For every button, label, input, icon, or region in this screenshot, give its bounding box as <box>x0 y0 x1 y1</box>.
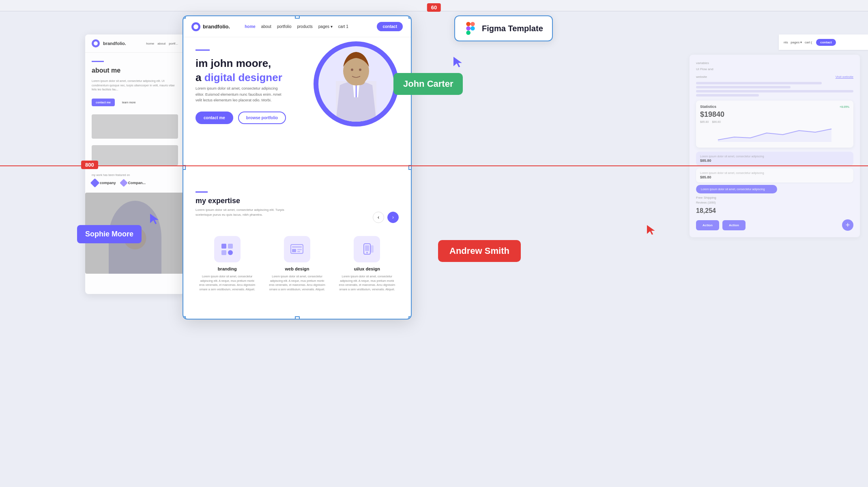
svg-point-11 <box>228 250 233 255</box>
expertise-accent-line <box>196 191 208 193</box>
nav-link-products[interactable]: products <box>297 24 312 29</box>
left-companies: company Compan... <box>85 180 185 186</box>
left-logo-text: brandfolio. <box>103 41 126 46</box>
hero-contact-button[interactable]: contact me <box>196 112 233 124</box>
nav-logo-text: brandfolio. <box>203 24 230 30</box>
company-diamond-icon <box>90 178 100 187</box>
web-design-icon <box>284 236 310 262</box>
svg-point-6 <box>359 69 361 71</box>
svg-rect-25 <box>466 26 471 31</box>
uiux-card-desc: Lorem ipsum dolor sit amet, consectetur … <box>339 275 395 292</box>
nav-link-cart[interactable]: cart 1 <box>338 24 348 29</box>
svg-rect-9 <box>228 244 233 249</box>
hero-avatar <box>314 41 403 131</box>
handle-bottom-center[interactable] <box>295 316 300 320</box>
mini-chart <box>700 126 849 142</box>
svg-rect-23 <box>466 22 471 26</box>
badge-60: 60 <box>427 3 441 12</box>
svg-marker-28 <box>453 57 462 67</box>
branding-card-desc: Lorem ipsum dolor sit amet, consectetur … <box>199 275 256 292</box>
svg-point-19 <box>366 252 368 253</box>
reviews-text: Reviews (1890) <box>696 201 853 204</box>
svg-marker-22 <box>647 225 655 235</box>
svg-point-0 <box>94 41 98 45</box>
handle-top-center[interactable] <box>295 15 300 19</box>
nav-link-pages[interactable]: pages ▾ <box>318 24 333 29</box>
uiux-card-title: ui/ux design <box>339 266 395 271</box>
action-btn-2[interactable]: Action <box>722 220 746 230</box>
svg-marker-21 <box>718 129 831 142</box>
left-learn-btn[interactable]: learn more <box>118 99 140 106</box>
expertise-prev-btn[interactable]: ‹ <box>373 212 384 223</box>
left-contact-btn[interactable]: contact me <box>92 99 115 106</box>
svg-rect-20 <box>370 245 374 253</box>
nav-logo-icon <box>191 22 200 31</box>
svg-rect-10 <box>221 250 226 255</box>
expertise-section: my expertise Lorem ipsum dolor sit amet,… <box>183 183 411 306</box>
badge-800: 800 <box>81 161 98 169</box>
expertise-cards: branding Lorem ipsum dolor sit amet, con… <box>196 230 399 298</box>
left-featured-text: my work has been featured on <box>85 174 185 176</box>
action-btn-1[interactable]: Action <box>696 220 719 230</box>
free-shipping-text: Free Shipping <box>696 196 853 200</box>
measurement-line <box>0 165 868 166</box>
left-panel-content: about me Lorem ipsum dolor sit amet, con… <box>85 53 185 174</box>
company-diamond-icon-2 <box>120 179 128 187</box>
cursor-arrow-john <box>453 57 465 68</box>
expertise-card-branding: branding Lorem ipsum dolor sit amet, con… <box>196 230 259 298</box>
stat-sub-1: $85.80 <box>700 120 709 123</box>
variables-label: variables <box>696 61 853 65</box>
branding-icon <box>214 236 241 262</box>
stat-sub-2: $86.80 <box>712 120 720 123</box>
svg-point-5 <box>351 69 353 71</box>
ui-flow-label: UI Flow and <box>696 67 853 71</box>
right-side-layout: nts pages ▾ cart { contact variables UI … <box>629 34 868 326</box>
expertise-title: my expertise <box>196 197 399 205</box>
nav-link-about[interactable]: about <box>261 24 271 29</box>
hero-browse-button[interactable]: browse portfolio <box>238 112 286 124</box>
nav-contact-button[interactable]: contact <box>377 22 403 31</box>
plus-button[interactable]: + <box>842 219 853 231</box>
svg-rect-24 <box>471 22 475 26</box>
svg-rect-13 <box>292 246 302 248</box>
left-gray-block-2 <box>92 145 178 165</box>
nav-logo: brandfolio. <box>191 22 230 31</box>
nav-link-portfolio[interactable]: portfolio <box>277 24 292 29</box>
product-card-2: Lorem ipsum dolor sit amet, consectetur … <box>696 168 853 182</box>
cursor-arrow-sophie <box>150 214 161 225</box>
website-label: website <box>696 75 707 79</box>
handle-top-left[interactable] <box>183 15 186 19</box>
product-price-1: $85.80 <box>700 159 849 163</box>
statistics-label: Statistics <box>700 105 716 109</box>
svg-rect-26 <box>466 30 471 35</box>
figma-icon <box>464 22 477 35</box>
blurred-text-area <box>696 82 853 97</box>
expertise-next-btn[interactable]: › <box>387 212 399 223</box>
figma-template-label: Figma Template <box>454 15 553 41</box>
nav-link-home[interactable]: home <box>245 24 256 29</box>
company-2-name: Compan... <box>128 181 146 185</box>
right-contact-btn[interactable]: contact <box>816 39 836 46</box>
cursor-arrow-andrew <box>647 225 657 235</box>
visit-website-link[interactable]: Visit website <box>836 75 853 79</box>
right-blurred-page: variables UI Flow and website Visit webs… <box>690 55 860 237</box>
hero-accent-line <box>196 49 210 51</box>
left-preview-panel: brandfolio. home about portf... about me… <box>85 34 185 294</box>
svg-point-27 <box>471 26 475 31</box>
product-cards-area: Lorem ipsum dolor sit amet, consectetur … <box>696 152 853 215</box>
svg-point-2 <box>193 24 198 29</box>
left-panel-body-text: Lorem ipsum dolor sit amet, consectetur … <box>92 79 178 92</box>
sophie-moore-badge: Sophie Moore <box>77 225 142 243</box>
company-1-name: company <box>100 181 116 185</box>
svg-rect-18 <box>365 245 369 251</box>
web-design-card-title: web design <box>269 266 325 271</box>
svg-marker-1 <box>150 214 159 224</box>
main-nav: brandfolio. home about portfolio product… <box>183 16 411 37</box>
chat-bubble-purple: Lorem ipsum dolor sit amet, consectetur … <box>696 185 777 193</box>
left-panel-buttons: contact me learn more <box>92 99 178 106</box>
website-section: website Visit website <box>696 75 853 79</box>
right-top-nav-fragment: nts pages ▾ cart { contact <box>779 34 868 50</box>
nav-links: home about portfolio products pages ▾ ca… <box>245 24 348 29</box>
product-price-2: $85.80 <box>700 175 849 179</box>
product-card-1: Lorem ipsum dolor sit amet, consectetur … <box>696 152 853 166</box>
